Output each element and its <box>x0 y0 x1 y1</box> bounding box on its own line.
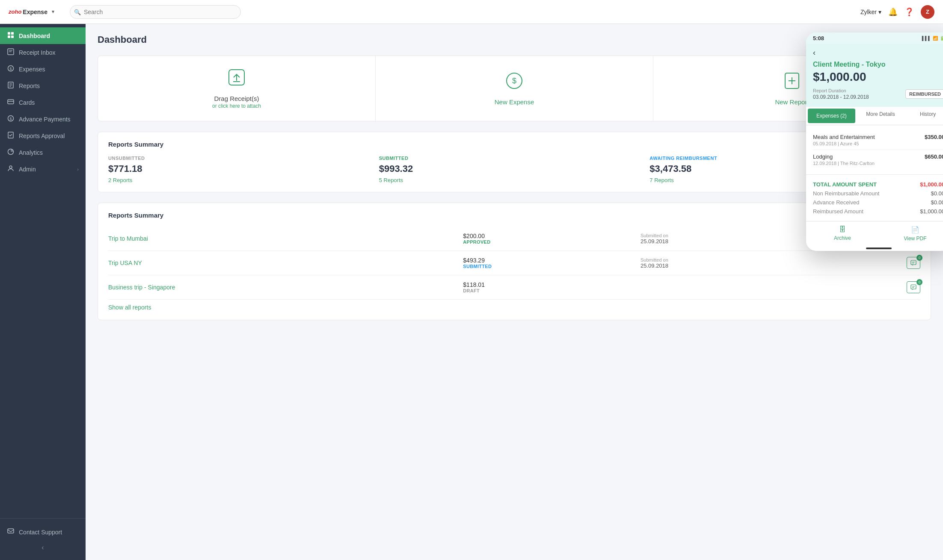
mobile-duration-dates: 03.09.2018 - 12.09.2018 <box>813 94 869 100</box>
main-content: Dashboard ▶ Getting Started Drag Receipt… <box>86 24 943 560</box>
sidebar-item-analytics[interactable]: Analytics <box>0 144 86 161</box>
submitted-amount: $993.32 <box>379 163 640 174</box>
report-status-ny: SUBMITTED <box>463 264 641 269</box>
org-name: Zylker <box>860 9 877 15</box>
sidebar-item-contact-support[interactable]: Contact Support <box>0 524 86 540</box>
contact-support-icon <box>7 528 15 536</box>
expenses-icon: $ <box>7 65 15 73</box>
view-pdf-label: View PDF <box>904 236 926 242</box>
report-comment-ny[interactable]: 0 <box>907 257 920 269</box>
mobile-tab-expenses[interactable]: Expenses (2) <box>808 109 855 123</box>
svg-rect-3 <box>11 35 14 38</box>
mobile-overlay: 5:08 ▌▌▌ 📶 🔋 ‹ Client Meeting - Tokyo $1… <box>806 32 943 251</box>
svg-rect-20 <box>8 529 14 533</box>
report-name-ny[interactable]: Trip USA NY <box>108 259 463 266</box>
sidebar-item-admin[interactable]: Admin › <box>0 161 86 177</box>
total-amount-non-reimbursable: $0.00 <box>931 190 943 197</box>
total-amount-reimbursed: $1,000.00 <box>920 208 943 215</box>
comment-badge-singapore: 0 <box>916 279 922 285</box>
new-expense-icon: $ <box>505 71 524 94</box>
sidebar-collapse-button[interactable]: ‹ <box>0 540 86 555</box>
report-comment-singapore[interactable]: 0 <box>907 281 920 293</box>
report-amount-mumbai: $200.00 <box>463 233 641 239</box>
svg-rect-35 <box>911 285 916 289</box>
sidebar-label-advance-payments: Advance Payments <box>19 116 71 123</box>
mobile-total-section: TOTAL AMOUNT SPENT $1,000.00 Non Reimbur… <box>806 174 943 221</box>
mobile-archive-button[interactable]: 🗄 Archive <box>806 226 879 242</box>
unsubmitted-label: UNSUBMITTED <box>108 156 369 161</box>
analytics-icon <box>7 148 15 156</box>
sidebar-label-contact-support: Contact Support <box>19 529 62 536</box>
submitted-label: SUBMITTED <box>379 156 640 161</box>
sidebar-item-cards[interactable]: Cards <box>0 94 86 111</box>
show-all-reports-link[interactable]: Show all reports <box>108 304 151 311</box>
reports-summary-stats-title: Reports Summary <box>108 141 920 148</box>
search-container: 🔍 <box>70 5 241 19</box>
mobile-home-bar <box>866 248 892 249</box>
sidebar-label-reports-approval: Reports Approval <box>19 133 65 139</box>
report-status-singapore: DRAFT <box>463 288 641 293</box>
app-body: Dashboard Receipt Inbox $ Expenses Repor… <box>0 24 943 560</box>
reports-icon <box>7 82 15 90</box>
unsubmitted-count[interactable]: 2 Reports <box>108 177 369 183</box>
archive-label: Archive <box>834 235 851 241</box>
mobile-expenses-list: Meals and Entertainment 05.09.2018 | Azu… <box>806 125 943 174</box>
sidebar-bottom: Contact Support ‹ <box>0 518 86 560</box>
org-selector[interactable]: Zylker ▾ <box>860 9 881 15</box>
mobile-report-duration: Report Duration 03.09.2018 - 12.09.2018 <box>813 88 869 100</box>
comment-badge-ny: 0 <box>916 255 922 261</box>
search-icon: 🔍 <box>74 9 81 15</box>
dashboard-icon <box>7 32 15 40</box>
total-row-advance: Advance Received $0.00 <box>813 198 943 207</box>
svg-text:$: $ <box>9 117 12 121</box>
admin-arrow-icon: › <box>77 167 79 172</box>
table-row: Business trip - Singapore $118.01 DRAFT … <box>108 275 920 300</box>
signal-icon: ▌▌▌ <box>922 36 931 41</box>
drag-receipt-card[interactable]: Drag Receipt(s) or click here to attach <box>98 56 376 121</box>
report-date-ny: Submitted on 25.09.2018 <box>641 257 907 269</box>
report-amount-ny: $493.29 <box>463 257 641 264</box>
search-input[interactable] <box>70 5 241 19</box>
mobile-back-button[interactable]: ‹ <box>813 48 943 57</box>
sidebar-item-expenses[interactable]: $ Expenses <box>0 61 86 77</box>
mobile-exp-name-lodging: Lodging <box>813 153 875 160</box>
list-item: Lodging 12.09.2018 | The Ritz-Carlton $6… <box>813 150 943 169</box>
mobile-meta: Report Duration 03.09.2018 - 12.09.2018 … <box>813 88 943 100</box>
sidebar-item-reports[interactable]: Reports <box>0 77 86 94</box>
submitted-count[interactable]: 5 Reports <box>379 177 640 183</box>
sidebar-item-reports-approval[interactable]: Reports Approval <box>0 127 86 144</box>
mobile-tab-history[interactable]: History <box>904 107 943 125</box>
advance-payments-icon: $ <box>7 115 15 123</box>
stat-submitted: SUBMITTED $993.32 5 Reports <box>379 156 650 183</box>
sidebar-item-dashboard[interactable]: Dashboard <box>0 27 86 44</box>
cards-icon <box>7 98 15 106</box>
new-report-icon <box>783 71 801 94</box>
table-row: Trip USA NY $493.29 SUBMITTED Submitted … <box>108 251 920 275</box>
report-name-singapore[interactable]: Business trip - Singapore <box>108 284 463 291</box>
report-amount-singapore: $118.01 <box>463 281 641 288</box>
help-icon[interactable]: ❓ <box>904 7 914 17</box>
list-item: Meals and Entertainment 05.09.2018 | Azu… <box>813 130 943 150</box>
mobile-exp-meta-lodging: 12.09.2018 | The Ritz-Carlton <box>813 161 875 166</box>
sidebar-item-receipt-inbox[interactable]: Receipt Inbox <box>0 44 86 61</box>
mobile-footer: 🗄 Archive 📄 View PDF <box>806 221 943 248</box>
mobile-signal-icons: ▌▌▌ 📶 🔋 <box>922 36 943 41</box>
svg-point-19 <box>9 166 12 168</box>
avatar-initials: Z <box>926 9 929 15</box>
svg-text:$: $ <box>9 67 12 71</box>
report-name-mumbai[interactable]: Trip to Mumbai <box>108 235 463 242</box>
app-logo[interactable]: zoho Expense ▾ <box>9 9 54 15</box>
sidebar-item-advance-payments[interactable]: $ Advance Payments <box>0 111 86 127</box>
sidebar-label-admin: Admin <box>19 166 36 173</box>
mobile-view-pdf-button[interactable]: 📄 View PDF <box>879 226 943 242</box>
summary-stats-row: UNSUBMITTED $771.18 2 Reports SUBMITTED … <box>108 156 920 183</box>
mobile-tab-more-details[interactable]: More Details <box>857 107 904 125</box>
drag-receipt-subtitle: or click here to attach <box>212 103 261 109</box>
admin-icon <box>7 165 15 173</box>
sidebar: Dashboard Receipt Inbox $ Expenses Repor… <box>0 24 86 560</box>
avatar[interactable]: Z <box>921 5 934 19</box>
new-expense-card[interactable]: $ New Expense <box>376 56 653 121</box>
notifications-icon[interactable]: 🔔 <box>888 7 898 17</box>
mobile-tabs: Expenses (2) More Details History <box>806 107 943 125</box>
total-label-main: TOTAL AMOUNT SPENT <box>813 181 877 188</box>
